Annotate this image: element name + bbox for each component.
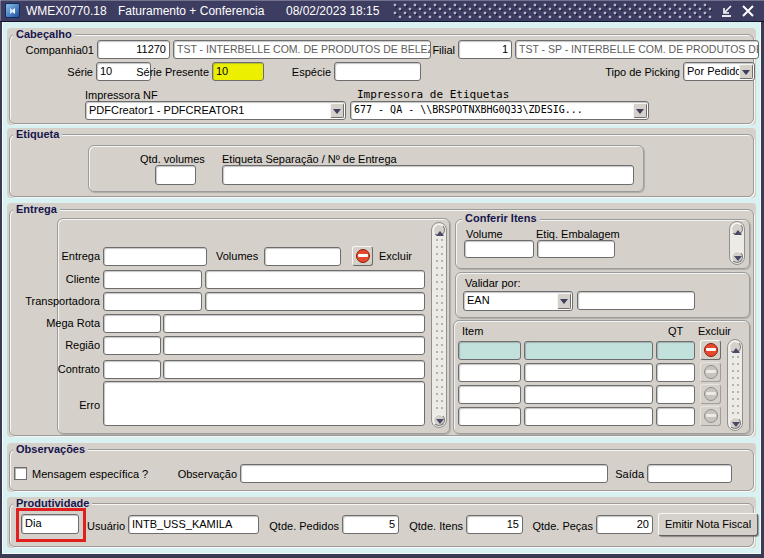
- saida-field[interactable]: [647, 464, 732, 483]
- mensagem-especifica-checkbox[interactable]: [14, 467, 27, 480]
- item-qt-field[interactable]: [656, 385, 695, 404]
- cliente-name-field[interactable]: [205, 270, 425, 289]
- filial-label: Filial: [407, 44, 455, 56]
- tipo-picking-value: Por Pedido: [687, 65, 741, 77]
- emitir-nota-fiscal-button[interactable]: Emitir Nota Fiscal: [658, 513, 758, 536]
- transportadora-name-field[interactable]: [205, 292, 425, 311]
- scroll-down-icon[interactable]: [731, 251, 743, 263]
- restore-window-icon[interactable]: [718, 4, 734, 18]
- item-desc-field[interactable]: [524, 363, 653, 382]
- erro-field[interactable]: [103, 381, 425, 426]
- chevron-down-icon[interactable]: [739, 64, 753, 79]
- app-window: WMEX0770.18 Faturamento + Conferencia 08…: [0, 0, 764, 558]
- excluir-entrega-button[interactable]: [352, 246, 373, 266]
- validar-scan-field[interactable]: [577, 291, 695, 310]
- excluir-item-button[interactable]: [700, 340, 721, 360]
- item-qt-field[interactable]: [656, 341, 695, 360]
- window-title: Faturamento + Conferencia: [118, 4, 264, 18]
- entrega-scrollbar[interactable]: [431, 222, 447, 428]
- section-produtividade: Produtividade Dia Usuário INTB_USS_KAMIL…: [7, 497, 756, 548]
- tipo-picking-label: Tipo de Picking: [587, 66, 680, 78]
- item-qt-field[interactable]: [656, 363, 695, 382]
- excluir-item-button: [700, 384, 721, 404]
- regiao-label: Região: [7, 339, 100, 351]
- tipo-picking-dropdown[interactable]: Por Pedido: [683, 62, 755, 81]
- cliente-label: Cliente: [7, 273, 100, 285]
- window-body: Cabeçalho Companhia01 11270 TST - INTERB…: [0, 22, 764, 558]
- section-etiqueta: Etiqueta Qtd. volumes Etiqueta Separação…: [7, 128, 756, 198]
- especie-field[interactable]: [334, 62, 421, 81]
- chevron-down-icon[interactable]: [330, 103, 344, 118]
- item-desc-field[interactable]: [524, 385, 653, 404]
- mega-rota-name-field[interactable]: [163, 314, 425, 333]
- impressora-etiquetas-label: Impressora de Etiquetas: [357, 88, 509, 101]
- serie-label: Série: [7, 66, 93, 78]
- entrega-title: Entrega: [13, 203, 60, 216]
- scroll-down-icon[interactable]: [433, 414, 445, 426]
- title-bar[interactable]: WMEX0770.18 Faturamento + Conferencia 08…: [0, 0, 764, 22]
- scroll-down-icon[interactable]: [729, 417, 741, 429]
- section-observacoes: Observações Mensagem específica ? Observ…: [7, 443, 756, 492]
- entrega-field[interactable]: [103, 247, 207, 266]
- scrollbar-track[interactable]: [435, 238, 443, 412]
- item-desc-field[interactable]: [524, 407, 653, 426]
- scroll-up-icon[interactable]: [729, 341, 741, 353]
- chevron-down-icon[interactable]: [557, 293, 571, 309]
- cliente-code-field[interactable]: [103, 270, 202, 289]
- item-code-field[interactable]: [458, 341, 521, 360]
- usuario-label: Usuário: [55, 520, 125, 532]
- etiq-embalagem-field[interactable]: [537, 240, 615, 258]
- impressora-etiquetas-value: 677 - QA - \\BRSPOTNXBHG0Q33\ZDESIG...: [354, 104, 583, 115]
- volume-field[interactable]: [464, 240, 534, 258]
- volumes-label: Volumes: [216, 250, 258, 262]
- contrato-label: Contrato: [7, 363, 100, 375]
- transportadora-code-field[interactable]: [103, 292, 202, 311]
- qtde-pecas-label: Qtde. Peças: [523, 520, 593, 532]
- etiqueta-separacao-field[interactable]: [222, 165, 634, 185]
- no-entry-icon: [704, 365, 718, 379]
- qtde-itens-field[interactable]: 15: [466, 515, 523, 534]
- scroll-up-icon[interactable]: [433, 224, 445, 236]
- chevron-down-icon[interactable]: [633, 103, 647, 118]
- app-icon: [5, 3, 20, 18]
- erro-label: Erro: [7, 399, 100, 411]
- item-code-field[interactable]: [458, 407, 521, 426]
- close-icon[interactable]: [740, 4, 756, 18]
- volume-label: Volume: [466, 228, 503, 240]
- qtd-volumes-field[interactable]: [155, 165, 196, 185]
- scrollbar-track[interactable]: [731, 355, 739, 415]
- scroll-up-icon[interactable]: [731, 223, 743, 235]
- app-code: WMEX0770.18: [26, 4, 107, 18]
- no-entry-icon: [704, 343, 718, 357]
- impressora-etiquetas-dropdown[interactable]: 677 - QA - \\BRSPOTNXBHG0Q33\ZDESIG...: [350, 101, 649, 120]
- conferir-scrollbar[interactable]: [729, 221, 745, 265]
- itens-scrollbar[interactable]: [727, 339, 743, 431]
- observacao-field[interactable]: [240, 464, 608, 483]
- regiao-name-field[interactable]: [163, 336, 425, 355]
- companhia-code-field[interactable]: 11270: [97, 40, 170, 59]
- contrato-name-field[interactable]: [163, 360, 425, 379]
- section-cabecalho: Cabeçalho Companhia01 11270 TST - INTERB…: [7, 28, 756, 125]
- volumes-field[interactable]: [264, 247, 341, 266]
- regiao-code-field[interactable]: [103, 336, 161, 355]
- validar-por-dropdown[interactable]: EAN: [463, 291, 573, 311]
- filial-name-field[interactable]: TST - SP - INTERBELLE COM. DE PRODUTOS D…: [515, 40, 759, 59]
- datetime-text: 08/02/2023 18:15: [286, 4, 379, 18]
- item-desc-field[interactable]: [524, 341, 653, 360]
- item-qt-field[interactable]: [656, 407, 695, 426]
- qt-header: QT: [668, 325, 683, 337]
- titlebar-texture: [393, 3, 712, 18]
- impressora-nf-dropdown[interactable]: PDFCreator1 - PDFCREATOR1: [85, 101, 346, 120]
- excluir-item-button: [700, 406, 721, 426]
- contrato-code-field[interactable]: [103, 360, 161, 379]
- usuario-field[interactable]: INTB_USS_KAMILA: [128, 515, 259, 534]
- mega-rota-code-field[interactable]: [103, 314, 161, 333]
- qtde-pecas-field[interactable]: 20: [596, 515, 653, 534]
- item-code-field[interactable]: [458, 363, 521, 382]
- item-code-field[interactable]: [458, 385, 521, 404]
- no-entry-icon: [356, 249, 370, 263]
- companhia-name-field[interactable]: TST - INTERBELLE COM. DE PRODUTOS DE BEL…: [173, 40, 431, 59]
- filial-code-field[interactable]: 1: [458, 40, 512, 59]
- qtde-pedidos-field[interactable]: 5: [342, 515, 399, 534]
- conferir-itens-title: Conferir Itens: [462, 212, 540, 224]
